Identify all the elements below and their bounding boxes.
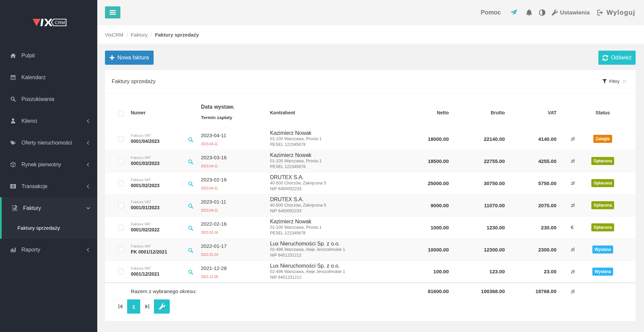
svg-text:CRM: CRM: [55, 20, 65, 25]
